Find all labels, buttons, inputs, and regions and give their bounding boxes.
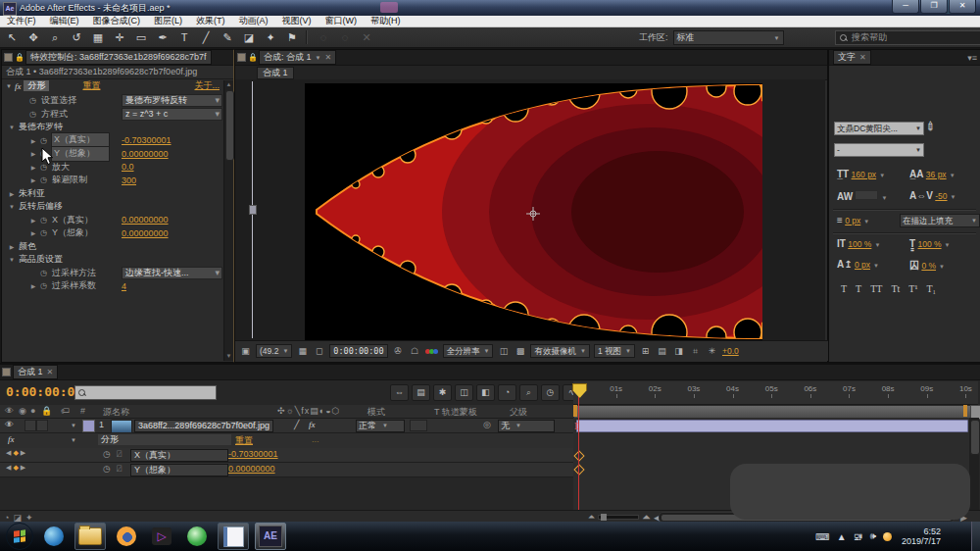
transparency-grid-icon[interactable]: ▩ <box>514 346 526 356</box>
parent-pickwhip-icon[interactable]: ◎ <box>483 420 491 429</box>
selection-tool-icon[interactable]: ↖ <box>2 29 22 45</box>
stopwatch-icon[interactable]: ◷ <box>40 281 49 290</box>
mask-shape-tool-icon[interactable]: ▭ <box>131 29 151 45</box>
shy-toggle-icon[interactable]: ◔ <box>4 513 9 523</box>
audio-icon[interactable]: ◉ <box>19 406 26 416</box>
fast-preview-icon[interactable]: ▤ <box>656 346 668 356</box>
eye-icon[interactable]: 👁 <box>5 406 14 416</box>
work-area-start[interactable] <box>573 405 577 417</box>
kerning-control[interactable]: AW ▼ <box>837 190 887 202</box>
effect-property-row[interactable]: ◷ 躲避限制 300 <box>2 174 223 187</box>
composition-tab[interactable]: 合成: 合成 1 ▼ ✕ <box>259 50 336 65</box>
stopwatch-icon[interactable]: ◷ <box>40 175 49 184</box>
effect-twirl-icon[interactable]: ▼ <box>71 437 76 443</box>
trkmat-column[interactable]: T 轨道蒙板 <box>434 406 477 419</box>
property-value[interactable]: 边缘查找-快速... <box>122 267 222 279</box>
twirl-icon[interactable] <box>29 229 37 236</box>
effect-property-row[interactable]: ◷ 过采样方法 边缘查找-快速... <box>2 267 223 280</box>
playhead-line[interactable] <box>578 384 579 510</box>
horizontal-scale-control[interactable]: T̳ 100 %▼ <box>909 238 951 249</box>
property-value[interactable]: 0.00000000 <box>122 215 169 225</box>
viewer-timecode[interactable]: 0:00:00:00 <box>329 344 387 358</box>
pen-tool-icon[interactable]: ✒ <box>153 29 172 45</box>
property-value[interactable]: -0.70300001 <box>228 449 278 459</box>
pan-behind-tool-icon[interactable]: ✛ <box>110 29 129 45</box>
brush-tool-icon[interactable]: ╱ <box>196 29 216 45</box>
menu-item[interactable]: 帮助(H) <box>364 16 408 26</box>
comp-breadcrumb[interactable]: 合成 1 <box>257 67 294 79</box>
layer-duration-bar[interactable] <box>576 420 968 432</box>
lock-icon[interactable]: 🔒 <box>15 53 24 62</box>
stopwatch-icon[interactable]: ◷ <box>103 449 111 459</box>
property-value[interactable]: 0.00000000 <box>228 464 275 474</box>
property-value[interactable]: 300 <box>122 175 136 185</box>
effects-scrollbar[interactable]: ▲ ▼ <box>223 80 233 361</box>
faux-style-button[interactable]: T₁ <box>926 283 936 294</box>
layer-twirl-icon[interactable]: ▼ <box>71 423 76 428</box>
maximize-button[interactable]: ❐ <box>920 0 948 14</box>
stopwatch-icon[interactable]: ◷ <box>29 96 38 105</box>
frame-blend-icon[interactable]: ◫ <box>455 384 473 401</box>
stopwatch-icon[interactable]: ◷ <box>40 136 49 145</box>
menu-item[interactable]: 动画(A) <box>232 16 275 26</box>
resolution-dropdown[interactable]: 全分辨率▼ <box>443 344 494 358</box>
guide-handle[interactable] <box>249 205 257 215</box>
close-tab-icon[interactable]: ✕ <box>324 53 331 62</box>
taskbar-firefox[interactable] <box>112 524 141 549</box>
motion-blur-toggle-icon[interactable]: ✦ <box>25 513 33 523</box>
composition-viewer[interactable] <box>235 79 825 340</box>
motion-blur-icon[interactable]: ✱ <box>433 384 452 401</box>
zoom-tool-icon[interactable]: ⌕ <box>45 29 65 45</box>
type-tool-icon[interactable]: T <box>174 29 194 45</box>
effect-property-row[interactable]: ◷ 方程式 z = z^3 + c <box>2 108 223 122</box>
trkmat-box[interactable] <box>410 420 427 431</box>
effect-property-row[interactable]: ◷ 曼德布罗特 <box>2 121 223 134</box>
property-value[interactable]: 0.0 <box>122 162 134 172</box>
taskbar-clock[interactable]: 6:52 2019/7/17 <box>902 526 941 546</box>
eyedropper-icon[interactable]: ✐ <box>923 118 940 134</box>
faux-style-button[interactable]: Tt <box>891 283 900 294</box>
font-style-dropdown[interactable]: -▼ <box>834 143 924 157</box>
effect-controls-tab[interactable]: 特效控制台: 3a68ff27363e1b289f69628c7b7f ▼ <box>25 50 212 65</box>
start-button[interactable] <box>6 523 33 550</box>
menu-item[interactable]: 窗口(W) <box>318 16 365 26</box>
stopwatch-icon[interactable]: ◷ <box>40 269 49 277</box>
close-tab-icon[interactable]: ✕ <box>47 368 54 376</box>
work-area-end[interactable] <box>963 405 967 417</box>
tracking-control[interactable]: A⇔V -50▼ <box>909 190 956 201</box>
menu-item[interactable]: 图像合成(C) <box>86 16 148 26</box>
reset-link[interactable]: 重置 <box>82 79 100 92</box>
scroll-down-icon[interactable]: ▼ <box>224 352 233 361</box>
source-name-column[interactable]: 源名称 <box>103 406 129 419</box>
stroke-width-control[interactable]: ≡ 0 px▼ <box>837 215 869 225</box>
property-value[interactable]: -0.70300001 <box>122 135 172 145</box>
zoom-region-icon[interactable]: ⌕ <box>519 384 538 401</box>
magnification-dropdown[interactable]: (49.2▼ <box>256 344 292 358</box>
menu-item[interactable]: 效果(T) <box>189 16 232 26</box>
twirl-icon[interactable] <box>29 137 37 144</box>
graph-icon[interactable]: ⍁ <box>117 464 122 475</box>
clone-stamp-tool-icon[interactable]: ✎ <box>218 29 237 45</box>
volume-icon[interactable]: 🕪 <box>870 530 876 542</box>
taskbar-notepad[interactable] <box>218 523 249 550</box>
twirl-icon[interactable] <box>29 176 37 183</box>
menu-item[interactable]: 视图(V) <box>275 16 318 26</box>
keyframed-property-row[interactable]: ◀◆▶ ◷ ⍁ X（真实） -0.70300001 <box>0 448 573 463</box>
effect-property-row[interactable]: ◷ 反转后偏移 <box>2 200 223 214</box>
effect-property-row[interactable]: ◷ 高品质设置 <box>2 253 223 267</box>
blend-mode-dropdown[interactable]: 正常▼ <box>356 420 405 432</box>
flowchart-icon[interactable]: ⌗ <box>689 346 702 357</box>
timeline-tab[interactable]: 合成 1 ✕ <box>13 365 58 379</box>
help-search-input[interactable]: 搜索帮助 <box>835 30 980 45</box>
effect-property-row[interactable]: ◷ 设置选择 曼德布罗特反转 <box>2 94 223 108</box>
about-link[interactable]: 关于... <box>194 79 220 92</box>
draft3d-icon[interactable]: ◧ <box>476 384 495 401</box>
faux-style-button[interactable]: T <box>856 283 861 294</box>
property-value[interactable]: 曼德布罗特反转 <box>122 94 222 107</box>
twirl-icon[interactable] <box>29 282 37 289</box>
show-snapshot-icon[interactable]: ☖ <box>409 346 421 356</box>
stopwatch-icon[interactable]: ◷ <box>29 110 38 119</box>
faux-style-button[interactable]: T¹ <box>908 283 917 294</box>
fx-switch-icon[interactable]: fx <box>309 420 316 429</box>
ime-keyboard-icon[interactable]: ⌨ <box>815 531 829 542</box>
